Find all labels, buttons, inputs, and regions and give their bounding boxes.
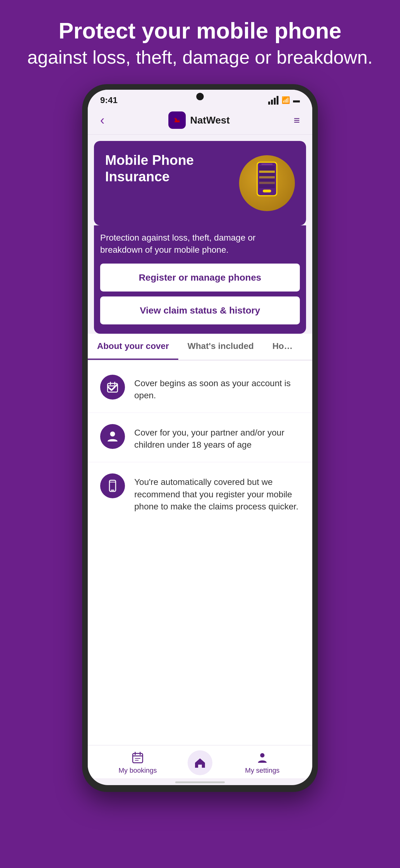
status-icons: 📶 ▬ [268,96,300,104]
banner-title: Mobile Phone Insurance [105,152,204,185]
camera-notch [196,93,204,100]
home-indicator-bar [175,781,225,783]
list-item-text: Cover begins as soon as your account is … [134,375,300,401]
svg-point-12 [110,432,115,436]
gold-circle [239,155,295,211]
svg-rect-3 [263,190,271,192]
banner-text-area: Mobile Phone Insurance [105,152,233,185]
menu-button[interactable]: ≡ [294,114,300,126]
battery-icon: ▬ [293,96,300,104]
svg-point-22 [260,753,265,757]
wifi-icon: 📶 [281,96,290,104]
signal-icon [268,96,278,104]
brand-logo: NatWest [168,112,229,129]
tabs-bar: About your cover What's included Ho… [88,334,312,361]
list-item-text: You're automatically covered but we reco… [134,473,300,513]
content-list: Cover begins as soon as your account is … [88,361,312,745]
back-button[interactable]: ‹ [100,113,104,128]
register-phones-button[interactable]: Register or manage phones [100,264,300,291]
tab-about-cover[interactable]: About your cover [88,334,178,360]
bookings-label: My bookings [119,767,157,775]
nav-bar: ‹ NatWest ≡ [88,108,312,135]
list-item-text: Cover for you, your partner and/or your … [134,424,300,451]
natwest-icon [168,112,186,129]
person-icon [100,424,125,449]
svg-rect-4 [261,164,272,165]
mobile-phone-icon [100,473,125,498]
hero-section: Protect your mobile phone against loss, … [2,19,398,69]
hero-subtitle: against loss, theft, damage or breakdown… [27,46,373,69]
svg-rect-7 [259,182,275,184]
settings-nav-item[interactable]: My settings [212,751,312,775]
list-item: Cover for you, your partner and/or your … [88,413,312,462]
list-item: Cover begins as soon as your account is … [88,364,312,413]
svg-rect-5 [259,171,275,173]
phone-screen: 9:41 📶 ▬ ‹ [88,90,312,785]
view-claim-button[interactable]: View claim status & history [100,297,300,324]
tab-more[interactable]: Ho… [263,334,302,360]
bottom-nav: My bookings My settings [88,745,312,778]
brand-name: NatWest [190,115,229,126]
phone-frame: 9:41 📶 ▬ ‹ [82,84,318,792]
svg-rect-6 [259,176,275,179]
check-icon [100,375,125,400]
banner-graphic [233,152,295,214]
tab-whats-included[interactable]: What's included [178,334,263,360]
hero-title: Protect your mobile phone [27,19,373,43]
status-time: 9:41 [100,95,118,105]
insurance-banner: Mobile Phone Insurance [94,141,306,225]
home-button[interactable] [188,750,212,775]
list-item: You're automatically covered but we reco… [88,462,312,524]
banner-description: Protection against loss, theft, damage o… [100,225,300,263]
settings-label: My settings [245,767,279,775]
bookings-nav-item[interactable]: My bookings [88,751,188,775]
